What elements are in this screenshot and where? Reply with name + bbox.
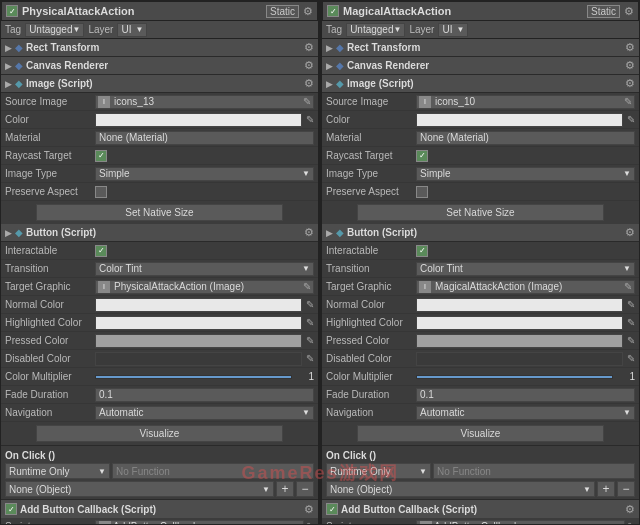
property-value[interactable]: Color Tint▼ bbox=[416, 262, 635, 276]
property-value[interactable]: ✎ bbox=[95, 298, 314, 312]
layer-label: Layer bbox=[409, 24, 434, 35]
color-swatch[interactable] bbox=[95, 298, 302, 312]
checkbox[interactable]: ✓ bbox=[95, 150, 107, 162]
section-settings-icon[interactable]: ⚙ bbox=[304, 59, 314, 72]
settings-icon[interactable]: ⚙ bbox=[624, 5, 634, 18]
property-value[interactable]: Iicons_13✎ bbox=[95, 95, 314, 109]
section-settings-icon[interactable]: ⚙ bbox=[625, 226, 635, 239]
action-button[interactable]: Set Native Size bbox=[36, 204, 283, 221]
property-value[interactable]: 0.1 bbox=[416, 388, 635, 402]
add-onclick-btn[interactable]: + bbox=[597, 481, 615, 497]
section-header[interactable]: ▶ ◆ Image (Script) ⚙ bbox=[322, 75, 639, 93]
color-swatch[interactable] bbox=[416, 298, 623, 312]
add-onclick-btn[interactable]: + bbox=[276, 481, 294, 497]
section-header[interactable]: ▶ ◆ Button (Script) ⚙ bbox=[322, 224, 639, 242]
action-button[interactable]: Visualize bbox=[357, 425, 604, 442]
property-value[interactable]: Iicons_10✎ bbox=[416, 95, 635, 109]
section-header[interactable]: ▶ ◆ Canvas Renderer ⚙ bbox=[322, 57, 639, 75]
runtime-dropdown[interactable]: Runtime Only ▼ bbox=[326, 463, 431, 479]
color-swatch[interactable] bbox=[416, 352, 623, 366]
property-value[interactable]: ✎ bbox=[416, 298, 635, 312]
property-value[interactable]: Simple▼ bbox=[416, 167, 635, 181]
color-swatch[interactable] bbox=[95, 352, 302, 366]
section-settings-icon[interactable]: ⚙ bbox=[304, 226, 314, 239]
callback-title: Add Button Callback (Script) bbox=[20, 504, 156, 515]
callback-checkbox[interactable]: ✓ bbox=[5, 503, 17, 515]
property-value[interactable]: ✎ bbox=[95, 316, 314, 330]
checkbox[interactable] bbox=[95, 186, 107, 198]
action-button[interactable]: Set Native Size bbox=[357, 204, 604, 221]
color-swatch[interactable] bbox=[416, 316, 623, 330]
property-value[interactable]: ✎ bbox=[95, 113, 314, 127]
callback-settings-icon[interactable]: ⚙ bbox=[304, 503, 314, 516]
property-label: Navigation bbox=[326, 407, 416, 418]
property-value[interactable]: IMagicalAttackAction (Image)✎ bbox=[416, 280, 635, 294]
section-settings-icon[interactable]: ⚙ bbox=[625, 77, 635, 90]
property-value[interactable]: IPhysicalAttackAction (Image)✎ bbox=[95, 280, 314, 294]
property-value[interactable]: None (Material) bbox=[95, 131, 314, 145]
checkbox[interactable] bbox=[416, 186, 428, 198]
property-value[interactable] bbox=[95, 186, 314, 198]
action-button[interactable]: Visualize bbox=[36, 425, 283, 442]
section-header[interactable]: ▶ ◆ Image (Script) ⚙ bbox=[1, 75, 318, 93]
section-header[interactable]: ▶ ◆ Rect Transform ⚙ bbox=[1, 39, 318, 57]
object-dropdown[interactable]: None (Object) ▼ bbox=[5, 481, 274, 497]
property-value[interactable]: ✎ bbox=[95, 334, 314, 348]
property-row: Raycast Target✓ bbox=[1, 147, 318, 165]
property-value[interactable]: ✓ bbox=[416, 245, 635, 257]
tag-value[interactable]: Untagged ▼ bbox=[346, 23, 405, 37]
remove-onclick-btn[interactable]: − bbox=[617, 481, 635, 497]
section-settings-icon[interactable]: ⚙ bbox=[304, 77, 314, 90]
checkbox[interactable]: ✓ bbox=[416, 245, 428, 257]
script-value[interactable]: S AddButtonCallback bbox=[416, 520, 625, 525]
property-value[interactable]: Automatic▼ bbox=[416, 406, 635, 420]
layer-value[interactable]: UI ▼ bbox=[117, 23, 147, 37]
property-value[interactable]: ✎ bbox=[416, 113, 635, 127]
property-value[interactable]: ✓ bbox=[95, 150, 314, 162]
slider-track[interactable] bbox=[95, 375, 292, 379]
script-value[interactable]: S AddButtonCallback bbox=[95, 520, 304, 525]
checkbox[interactable]: ✓ bbox=[95, 245, 107, 257]
section-header[interactable]: ▶ ◆ Canvas Renderer ⚙ bbox=[1, 57, 318, 75]
property-value[interactable]: ✓ bbox=[416, 150, 635, 162]
property-value[interactable]: None (Material) bbox=[416, 131, 635, 145]
tag-value[interactable]: Untagged ▼ bbox=[25, 23, 84, 37]
function-dropdown[interactable]: No Function bbox=[433, 463, 635, 479]
color-swatch[interactable] bbox=[95, 334, 302, 348]
panel-checkbox[interactable]: ✓ bbox=[327, 5, 339, 17]
section-header[interactable]: ▶ ◆ Button (Script) ⚙ bbox=[1, 224, 318, 242]
function-dropdown[interactable]: No Function bbox=[112, 463, 314, 479]
property-value[interactable]: Automatic▼ bbox=[95, 406, 314, 420]
property-label: Preserve Aspect bbox=[326, 186, 416, 197]
section-settings-icon[interactable]: ⚙ bbox=[625, 59, 635, 72]
object-dropdown[interactable]: None (Object) ▼ bbox=[326, 481, 595, 497]
runtime-dropdown[interactable]: Runtime Only ▼ bbox=[5, 463, 110, 479]
color-edit-icon: ✎ bbox=[627, 353, 635, 364]
color-swatch[interactable] bbox=[416, 113, 623, 127]
color-swatch[interactable] bbox=[95, 316, 302, 330]
property-value[interactable]: 0.1 bbox=[95, 388, 314, 402]
slider-track[interactable] bbox=[416, 375, 613, 379]
panel-checkbox[interactable]: ✓ bbox=[6, 5, 18, 17]
property-value[interactable]: Simple▼ bbox=[95, 167, 314, 181]
callback-checkbox[interactable]: ✓ bbox=[326, 503, 338, 515]
settings-icon[interactable]: ⚙ bbox=[303, 5, 313, 18]
color-swatch[interactable] bbox=[416, 334, 623, 348]
checkbox[interactable]: ✓ bbox=[416, 150, 428, 162]
callback-settings-icon[interactable]: ⚙ bbox=[625, 503, 635, 516]
property-value[interactable]: ✓ bbox=[95, 245, 314, 257]
property-value[interactable]: ✎ bbox=[416, 316, 635, 330]
property-value[interactable]: ✎ bbox=[95, 352, 314, 366]
property-value[interactable]: Color Tint▼ bbox=[95, 262, 314, 276]
onclick-title: On Click () bbox=[326, 448, 635, 463]
collapse-icon: ▶ bbox=[5, 43, 12, 53]
color-swatch[interactable] bbox=[95, 113, 302, 127]
layer-value[interactable]: UI ▼ bbox=[438, 23, 468, 37]
section-settings-icon[interactable]: ⚙ bbox=[304, 41, 314, 54]
property-value[interactable]: ✎ bbox=[416, 334, 635, 348]
section-header[interactable]: ▶ ◆ Rect Transform ⚙ bbox=[322, 39, 639, 57]
property-value[interactable]: ✎ bbox=[416, 352, 635, 366]
section-settings-icon[interactable]: ⚙ bbox=[625, 41, 635, 54]
remove-onclick-btn[interactable]: − bbox=[296, 481, 314, 497]
property-value[interactable] bbox=[416, 186, 635, 198]
